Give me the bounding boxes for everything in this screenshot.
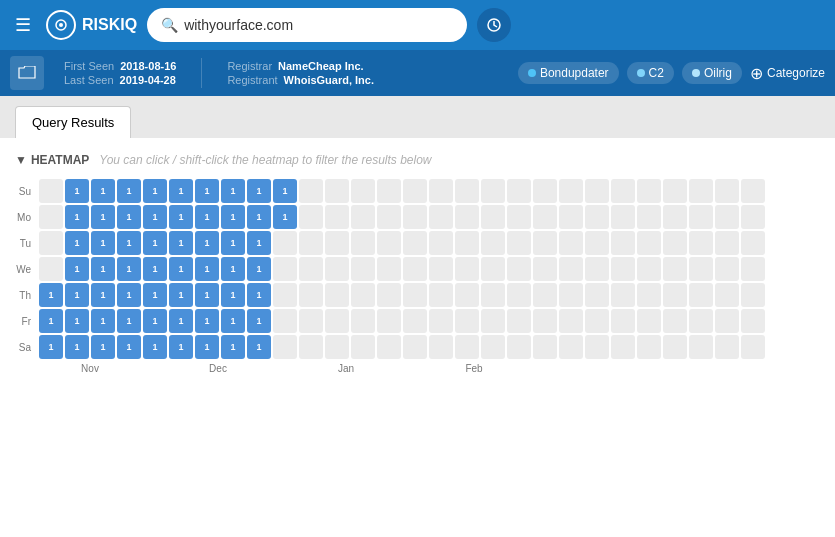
heatmap-cell[interactable]: 1: [65, 205, 89, 229]
heatmap-cell[interactable]: 1: [169, 309, 193, 333]
heatmap-cell[interactable]: 1: [91, 205, 115, 229]
heatmap-cell[interactable]: 1: [39, 309, 63, 333]
heatmap-cell[interactable]: [507, 283, 531, 307]
heatmap-cell[interactable]: 1: [169, 283, 193, 307]
categorize-button[interactable]: ⊕ Categorize: [750, 64, 825, 83]
heatmap-cell[interactable]: [299, 309, 323, 333]
heatmap-cell[interactable]: [377, 257, 401, 281]
heatmap-cell[interactable]: [481, 283, 505, 307]
heatmap-cell[interactable]: [299, 205, 323, 229]
heatmap-cell[interactable]: [715, 231, 739, 255]
heatmap-cell[interactable]: [533, 205, 557, 229]
heatmap-cell[interactable]: 1: [221, 283, 245, 307]
heatmap-cell[interactable]: [637, 231, 661, 255]
heatmap-cell[interactable]: [325, 283, 349, 307]
heatmap-cell[interactable]: [429, 309, 453, 333]
heatmap-cell[interactable]: [637, 335, 661, 359]
heatmap-cell[interactable]: [533, 231, 557, 255]
calendar-grid[interactable]: 1111111111111111111111111111111111111111…: [39, 179, 765, 359]
heatmap-cell[interactable]: [637, 257, 661, 281]
heatmap-cell[interactable]: [39, 257, 63, 281]
heatmap-cell[interactable]: [559, 231, 583, 255]
heatmap-cell[interactable]: 1: [221, 257, 245, 281]
search-bar[interactable]: 🔍: [147, 8, 467, 42]
heatmap-cell[interactable]: 1: [195, 179, 219, 203]
heatmap-cell[interactable]: [741, 335, 765, 359]
heatmap-cell[interactable]: [273, 335, 297, 359]
heatmap-cell[interactable]: [689, 335, 713, 359]
heatmap-cell[interactable]: 1: [91, 231, 115, 255]
heatmap-cell[interactable]: [611, 309, 635, 333]
heatmap-cell[interactable]: 1: [65, 335, 89, 359]
heatmap-cell[interactable]: 1: [39, 335, 63, 359]
heatmap-cell[interactable]: 1: [65, 309, 89, 333]
heatmap-cell[interactable]: [507, 179, 531, 203]
heatmap-cell[interactable]: [637, 283, 661, 307]
heatmap-cell[interactable]: [507, 231, 531, 255]
heatmap-cell[interactable]: [585, 231, 609, 255]
heatmap-cell[interactable]: [455, 335, 479, 359]
heatmap-cell[interactable]: [299, 335, 323, 359]
heatmap-cell[interactable]: [481, 231, 505, 255]
heatmap-cell[interactable]: 1: [247, 205, 271, 229]
heatmap-cell[interactable]: [481, 309, 505, 333]
heatmap-cell[interactable]: [611, 231, 635, 255]
heatmap-cell[interactable]: [299, 231, 323, 255]
heatmap-cell[interactable]: [377, 335, 401, 359]
heatmap-cell[interactable]: 1: [169, 257, 193, 281]
heatmap-cell[interactable]: [351, 205, 375, 229]
heatmap-cell[interactable]: [559, 205, 583, 229]
heatmap-cell[interactable]: [559, 179, 583, 203]
heatmap-cell[interactable]: [611, 335, 635, 359]
heatmap-cell[interactable]: [715, 335, 739, 359]
heatmap-cell[interactable]: 1: [247, 231, 271, 255]
tab-query-results[interactable]: Query Results: [15, 106, 131, 138]
heatmap-cell[interactable]: [325, 179, 349, 203]
heatmap-cell[interactable]: [559, 283, 583, 307]
heatmap-cell[interactable]: 1: [169, 205, 193, 229]
heatmap-cell[interactable]: [351, 179, 375, 203]
heatmap-cell[interactable]: [429, 283, 453, 307]
heatmap-cell[interactable]: [585, 309, 609, 333]
heatmap-cell[interactable]: [481, 257, 505, 281]
heatmap-cell[interactable]: [715, 257, 739, 281]
heatmap-cell[interactable]: 1: [247, 283, 271, 307]
heatmap-cell[interactable]: 1: [117, 231, 141, 255]
heatmap-cell[interactable]: [455, 231, 479, 255]
heatmap-cell[interactable]: 1: [91, 257, 115, 281]
heatmap-cell[interactable]: [715, 309, 739, 333]
heatmap-cell[interactable]: [377, 205, 401, 229]
heatmap-cell[interactable]: 1: [65, 283, 89, 307]
heatmap-cell[interactable]: [715, 205, 739, 229]
heatmap-cell[interactable]: 1: [221, 179, 245, 203]
heatmap-cell[interactable]: 1: [91, 283, 115, 307]
tag-oilrig[interactable]: Oilrig: [682, 62, 742, 84]
heatmap-cell[interactable]: [611, 283, 635, 307]
heatmap-cell[interactable]: 1: [143, 257, 167, 281]
heatmap-cell[interactable]: 1: [247, 257, 271, 281]
heatmap-cell[interactable]: [403, 283, 427, 307]
heatmap-cell[interactable]: 1: [247, 309, 271, 333]
heatmap-cell[interactable]: 1: [117, 335, 141, 359]
heatmap-cell[interactable]: 1: [169, 335, 193, 359]
heatmap-toggle[interactable]: ▼ HEATMAP: [15, 153, 89, 167]
heatmap-cell[interactable]: [663, 231, 687, 255]
heatmap-cell[interactable]: [455, 205, 479, 229]
heatmap-cell[interactable]: 1: [169, 231, 193, 255]
heatmap-cell[interactable]: [403, 231, 427, 255]
heatmap-cell[interactable]: [715, 283, 739, 307]
heatmap-cell[interactable]: [481, 205, 505, 229]
heatmap-cell[interactable]: [741, 205, 765, 229]
heatmap-cell[interactable]: 1: [143, 205, 167, 229]
heatmap-cell[interactable]: [351, 309, 375, 333]
heatmap-cell[interactable]: [273, 309, 297, 333]
heatmap-cell[interactable]: [741, 231, 765, 255]
heatmap-cell[interactable]: [455, 257, 479, 281]
heatmap-cell[interactable]: 1: [91, 179, 115, 203]
heatmap-cell[interactable]: [429, 257, 453, 281]
heatmap-cell[interactable]: 1: [143, 179, 167, 203]
heatmap-cell[interactable]: [533, 179, 557, 203]
heatmap-cell[interactable]: [507, 205, 531, 229]
heatmap-cell[interactable]: [299, 179, 323, 203]
heatmap-cell[interactable]: [533, 309, 557, 333]
